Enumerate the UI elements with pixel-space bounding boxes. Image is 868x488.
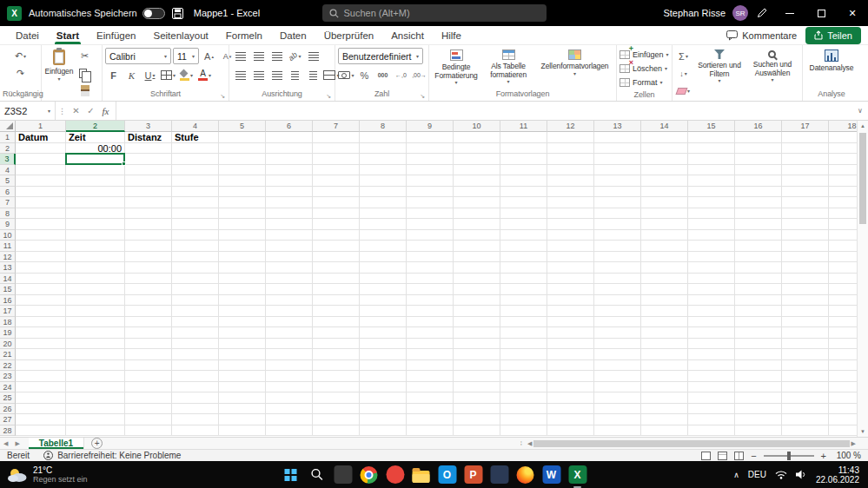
cell[interactable]: [735, 187, 782, 198]
cell[interactable]: [735, 143, 782, 155]
increase-decimal-button[interactable]: ←,0: [393, 67, 409, 83]
cell[interactable]: [782, 339, 829, 350]
cell[interactable]: [641, 327, 688, 339]
cell[interactable]: [829, 252, 857, 263]
cell[interactable]: [172, 327, 219, 339]
column-header[interactable]: 15: [688, 121, 735, 132]
cell[interactable]: [360, 241, 407, 252]
cell[interactable]: [500, 349, 547, 360]
cell[interactable]: [547, 339, 594, 350]
accounting-format-button[interactable]: ▾: [338, 67, 354, 83]
cell[interactable]: [454, 241, 500, 252]
cell[interactable]: [782, 132, 829, 143]
cell[interactable]: [688, 230, 735, 241]
cell[interactable]: [594, 274, 641, 285]
cell[interactable]: [829, 241, 857, 252]
cell[interactable]: [641, 274, 688, 285]
cell[interactable]: [641, 241, 688, 252]
cell[interactable]: [829, 317, 857, 328]
cell[interactable]: [688, 306, 735, 317]
selected-cell-outline[interactable]: [65, 153, 125, 165]
cell[interactable]: [547, 392, 594, 404]
cell[interactable]: [360, 274, 407, 285]
scroll-left-icon[interactable]: ◀: [527, 440, 532, 447]
cell[interactable]: [454, 371, 500, 382]
cell[interactable]: [782, 404, 829, 415]
cell[interactable]: [454, 327, 500, 339]
cell[interactable]: [266, 339, 313, 350]
cell[interactable]: [16, 143, 66, 155]
cell[interactable]: [125, 392, 172, 404]
cell[interactable]: [641, 208, 688, 220]
cell[interactable]: [547, 187, 594, 198]
column-header[interactable]: 7: [313, 121, 360, 132]
cell[interactable]: [500, 404, 547, 415]
font-name-select[interactable]: Calibri▾: [105, 48, 171, 64]
cell[interactable]: [313, 327, 360, 339]
cell[interactable]: [313, 392, 360, 404]
cell[interactable]: [641, 306, 688, 317]
maximize-button[interactable]: [805, 0, 837, 26]
cell[interactable]: [313, 317, 360, 328]
cell[interactable]: [641, 371, 688, 382]
cell[interactable]: [125, 404, 172, 415]
cell[interactable]: [360, 252, 407, 263]
taskbar-app-red[interactable]: [384, 464, 406, 485]
tab-datei[interactable]: Datei: [7, 26, 48, 44]
cell[interactable]: [16, 392, 66, 404]
cell[interactable]: [641, 295, 688, 307]
cell[interactable]: [172, 187, 219, 198]
cell[interactable]: [829, 392, 857, 404]
cell[interactable]: [360, 219, 407, 230]
network-icon[interactable]: [775, 470, 787, 479]
row-header[interactable]: 27: [0, 414, 16, 425]
cell[interactable]: [360, 295, 407, 307]
cell[interactable]: [735, 317, 782, 328]
user-name[interactable]: Stephan Risse: [663, 8, 726, 18]
cell[interactable]: [360, 392, 407, 404]
column-header[interactable]: 17: [782, 121, 829, 132]
cell[interactable]: [782, 252, 829, 263]
cell[interactable]: [172, 197, 219, 208]
cell[interactable]: [500, 284, 547, 295]
cell[interactable]: [594, 175, 641, 187]
borders-button[interactable]: ▾: [160, 67, 176, 83]
cell[interactable]: [360, 306, 407, 317]
cell[interactable]: [735, 175, 782, 187]
tab-start[interactable]: Start: [48, 26, 88, 44]
cell[interactable]: [66, 208, 125, 220]
autosum-button[interactable]: Σ▾: [675, 48, 692, 64]
taskbar-windows-start[interactable]: [280, 464, 301, 485]
cell[interactable]: [407, 404, 454, 415]
cell[interactable]: [313, 284, 360, 295]
cell[interactable]: [735, 165, 782, 176]
cell[interactable]: [500, 165, 547, 176]
cell[interactable]: [125, 252, 172, 263]
cell[interactable]: [313, 132, 360, 143]
cell[interactable]: [219, 382, 266, 393]
cell[interactable]: [782, 241, 829, 252]
cell[interactable]: [829, 284, 857, 295]
orientation-button[interactable]: ab▾: [287, 48, 303, 64]
cell[interactable]: [782, 154, 829, 165]
cell[interactable]: [594, 208, 641, 220]
cell[interactable]: [313, 165, 360, 176]
column-header[interactable]: 4: [172, 121, 219, 132]
cell[interactable]: [360, 349, 407, 360]
cell[interactable]: [454, 404, 500, 415]
autosave-toggle[interactable]: [142, 8, 165, 19]
cell[interactable]: [66, 360, 125, 372]
cell[interactable]: [547, 360, 594, 372]
taskbar-powerpoint[interactable]: P: [462, 464, 484, 485]
comments-button[interactable]: Kommentare: [726, 30, 797, 41]
cell[interactable]: [641, 187, 688, 198]
clear-button[interactable]: ▾: [675, 82, 692, 99]
cell[interactable]: [454, 425, 500, 437]
cell[interactable]: [735, 327, 782, 339]
cell[interactable]: [500, 339, 547, 350]
cell[interactable]: [125, 295, 172, 307]
cell[interactable]: [688, 187, 735, 198]
cell[interactable]: [266, 175, 313, 187]
cell[interactable]: [219, 252, 266, 263]
cell[interactable]: [407, 317, 454, 328]
